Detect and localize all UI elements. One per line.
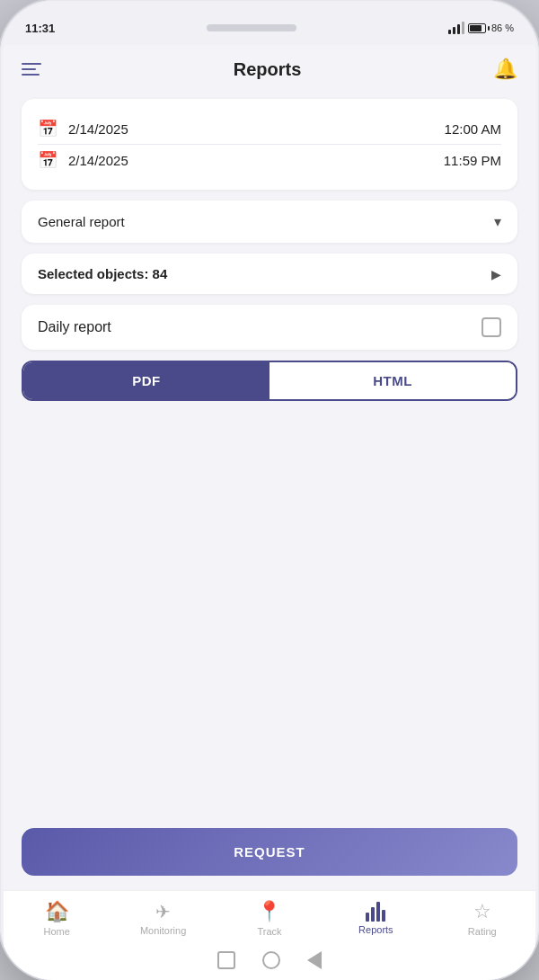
system-home-button[interactable] <box>262 951 280 969</box>
selected-objects-label: Selected objects: 84 <box>38 266 167 281</box>
menu-button[interactable] <box>22 63 41 76</box>
signal-icon <box>448 22 464 34</box>
start-date-row[interactable]: 📅 2/14/2025 12:00 AM <box>38 113 501 144</box>
report-type-label: General report <box>38 214 125 229</box>
format-toggle: PDF HTML <box>22 361 517 401</box>
pdf-button[interactable]: PDF <box>23 362 270 399</box>
system-back-button[interactable] <box>307 951 322 969</box>
start-date: 2/14/2025 <box>68 121 434 137</box>
status-time: 11:31 <box>25 22 55 35</box>
system-square-button[interactable] <box>217 951 235 969</box>
nav-label-rating: Rating <box>468 926 497 937</box>
nav-item-home[interactable]: 🏠 Home <box>30 900 84 937</box>
chevron-down-icon: ▾ <box>494 213 501 230</box>
daily-report-checkbox[interactable] <box>482 317 501 337</box>
battery-icon: 86 % <box>468 22 514 33</box>
nav-label-home: Home <box>44 926 70 937</box>
date-range-card: 📅 2/14/2025 12:00 AM 📅 2/14/2025 11:59 P… <box>22 99 517 190</box>
nav-item-rating[interactable]: ☆ Rating <box>455 900 509 937</box>
nav-label-monitoring: Monitoring <box>140 925 186 936</box>
end-date-row[interactable]: 📅 2/14/2025 11:59 PM <box>38 144 501 175</box>
page-title: Reports <box>234 59 302 80</box>
end-date: 2/14/2025 <box>68 153 433 168</box>
end-calendar-icon: 📅 <box>38 150 57 170</box>
request-button[interactable]: REQUEST <box>22 828 517 876</box>
start-time: 12:00 AM <box>445 121 501 137</box>
track-icon: 📍 <box>257 900 281 923</box>
status-icons: 86 % <box>448 22 514 34</box>
reports-icon <box>366 902 385 922</box>
nav-item-monitoring[interactable]: ✈ Monitoring <box>137 901 190 936</box>
phone-shell: 11:31 86 % Reports � <box>0 0 539 980</box>
nav-item-track[interactable]: 📍 Track <box>243 900 296 937</box>
report-type-dropdown[interactable]: General report ▾ <box>22 200 517 243</box>
nav-label-track: Track <box>257 926 281 937</box>
top-bar: Reports 🔔 <box>4 45 535 90</box>
daily-report-label: Daily report <box>38 319 111 335</box>
notification-bell-icon[interactable]: 🔔 <box>493 58 517 81</box>
content-area: 📅 2/14/2025 12:00 AM 📅 2/14/2025 11:59 P… <box>4 90 535 828</box>
nav-label-reports: Reports <box>358 924 393 935</box>
monitoring-icon: ✈ <box>155 901 171 922</box>
end-time: 11:59 PM <box>444 153 501 168</box>
daily-report-card: Daily report <box>22 305 517 350</box>
html-button[interactable]: HTML <box>270 362 516 399</box>
home-icon: 🏠 <box>45 900 69 923</box>
chevron-right-icon: ▶ <box>491 267 501 281</box>
screen: Reports 🔔 📅 2/14/2025 12:00 AM 📅 2/14/20… <box>4 45 535 980</box>
status-bar: 11:31 86 % <box>0 0 539 45</box>
start-calendar-icon: 📅 <box>38 119 57 138</box>
rating-icon: ☆ <box>473 900 491 923</box>
system-bar <box>4 944 535 980</box>
bottom-nav: 🏠 Home ✈ Monitoring 📍 Track <box>4 890 535 944</box>
nav-item-reports[interactable]: Reports <box>349 902 402 935</box>
notch <box>207 24 296 31</box>
selected-objects-card[interactable]: Selected objects: 84 ▶ <box>22 254 517 294</box>
